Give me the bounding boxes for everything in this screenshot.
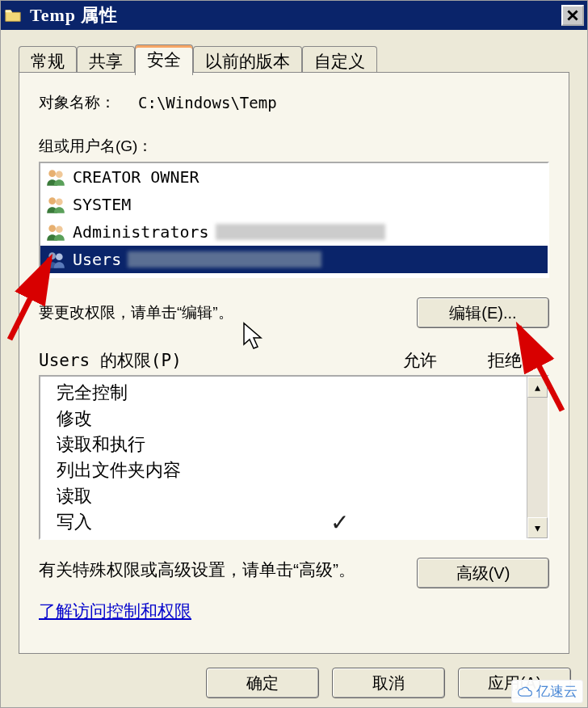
tab-share[interactable]: 共享 bbox=[77, 46, 135, 74]
properties-dialog: Temp 属性 常规 共享 安全 以前的版本 自定义 对象名称： C:\Wind… bbox=[0, 0, 588, 708]
cloud-icon bbox=[517, 686, 533, 697]
allow-mark: ✓ bbox=[299, 509, 380, 536]
watermark: 亿速云 bbox=[511, 680, 583, 703]
titlebar[interactable]: Temp 属性 bbox=[1, 1, 587, 30]
permission-name: 修改 bbox=[57, 407, 299, 431]
scroll-up-button[interactable]: ▴ bbox=[527, 377, 548, 398]
tab-previous-versions[interactable]: 以前的版本 bbox=[193, 46, 302, 74]
user-row-system[interactable]: SYSTEM bbox=[40, 191, 548, 218]
tab-label: 以前的版本 bbox=[205, 52, 290, 70]
watermark-text: 亿速云 bbox=[536, 682, 578, 701]
user-row-creator-owner[interactable]: CREATOR OWNER bbox=[40, 163, 548, 191]
button-label: 确定 bbox=[246, 674, 279, 692]
perm-write[interactable]: 写入 ✓ bbox=[57, 509, 527, 535]
permissions-listbox: 完全控制 修改 读取和执行 列出文件夹内容 bbox=[39, 375, 549, 540]
user-row-users[interactable]: Users bbox=[40, 246, 548, 273]
button-label: 高级(V) bbox=[456, 564, 510, 582]
permission-name: 写入 bbox=[57, 510, 299, 534]
users-icon bbox=[45, 166, 66, 188]
redacted-text bbox=[128, 251, 321, 268]
perm-modify[interactable]: 修改 bbox=[57, 406, 527, 432]
svg-point-2 bbox=[48, 197, 56, 204]
user-name: SYSTEM bbox=[73, 195, 131, 214]
redacted-text bbox=[216, 224, 385, 240]
perm-list-folder[interactable]: 列出文件夹内容 bbox=[57, 457, 527, 483]
perm-read[interactable]: 读取 bbox=[57, 483, 527, 509]
users-icon bbox=[45, 194, 66, 215]
tab-security[interactable]: 安全 bbox=[135, 44, 193, 75]
scrollbar[interactable]: ▴ ▾ bbox=[527, 377, 548, 538]
close-icon bbox=[567, 10, 578, 21]
button-label: 编辑(E)... bbox=[449, 304, 516, 322]
permissions-for-label: Users 的权限(P) bbox=[39, 349, 380, 372]
deny-column-header: 拒绝 bbox=[460, 349, 549, 372]
advanced-button[interactable]: 高级(V) bbox=[417, 558, 549, 588]
tab-label: 安全 bbox=[147, 50, 181, 69]
user-row-administrators[interactable]: Administrators bbox=[40, 218, 548, 246]
learn-link[interactable]: 了解访问控制和权限 bbox=[39, 600, 549, 622]
chevron-up-icon: ▴ bbox=[535, 381, 540, 394]
ok-button[interactable]: 确定 bbox=[206, 668, 319, 698]
user-name: Users bbox=[73, 250, 121, 269]
svg-point-0 bbox=[48, 170, 56, 177]
change-permissions-text: 要更改权限，请单击“编辑”。 bbox=[39, 302, 233, 323]
svg-point-4 bbox=[48, 225, 56, 232]
svg-point-6 bbox=[48, 252, 56, 259]
window-title: Temp 属性 bbox=[30, 3, 561, 27]
permission-name: 列出文件夹内容 bbox=[57, 458, 299, 483]
object-name-label: 对象名称： bbox=[39, 92, 116, 113]
perm-full-control[interactable]: 完全控制 bbox=[57, 380, 527, 406]
security-panel: 对象名称： C:\Windows\Temp 组或用户名(G)： CREATOR … bbox=[19, 72, 569, 654]
svg-point-5 bbox=[56, 225, 63, 233]
svg-point-3 bbox=[56, 198, 63, 205]
folder-icon bbox=[4, 6, 22, 24]
tab-general[interactable]: 常规 bbox=[19, 46, 77, 74]
tab-label: 共享 bbox=[89, 52, 123, 70]
tab-strip: 常规 共享 安全 以前的版本 自定义 bbox=[19, 44, 569, 74]
permission-name: 读取和执行 bbox=[57, 432, 299, 457]
tab-label: 自定义 bbox=[314, 52, 365, 70]
tab-custom[interactable]: 自定义 bbox=[302, 46, 377, 74]
close-button[interactable] bbox=[561, 5, 584, 26]
permission-name: 完全控制 bbox=[57, 381, 299, 405]
users-icon bbox=[45, 221, 66, 242]
allow-column-header: 允许 bbox=[380, 349, 460, 372]
groups-label: 组或用户名(G)： bbox=[39, 136, 549, 157]
tab-label: 常规 bbox=[31, 52, 65, 70]
user-name: Administrators bbox=[73, 222, 209, 242]
users-icon bbox=[45, 249, 66, 270]
object-path: C:\Windows\Temp bbox=[138, 94, 277, 112]
perm-read-execute[interactable]: 读取和执行 bbox=[57, 432, 527, 457]
button-label: 取消 bbox=[372, 674, 405, 692]
user-name: CREATOR OWNER bbox=[73, 167, 200, 187]
svg-point-7 bbox=[56, 253, 63, 260]
permission-name: 读取 bbox=[57, 484, 299, 508]
scroll-down-button[interactable]: ▾ bbox=[527, 517, 548, 538]
cancel-button[interactable]: 取消 bbox=[332, 668, 445, 698]
dialog-footer: 确定 取消 应用(A) bbox=[1, 659, 587, 707]
advanced-settings-text: 有关特殊权限或高级设置，请单击“高级”。 bbox=[39, 558, 362, 581]
chevron-down-icon: ▾ bbox=[535, 521, 540, 534]
edit-button[interactable]: 编辑(E)... bbox=[417, 297, 549, 328]
link-text: 了解访问控制和权限 bbox=[39, 601, 191, 620]
svg-point-1 bbox=[56, 171, 63, 178]
users-listbox[interactable]: CREATOR OWNER SYSTEM Administrators User… bbox=[39, 162, 549, 278]
permissions-list[interactable]: 完全控制 修改 读取和执行 列出文件夹内容 bbox=[40, 377, 527, 538]
